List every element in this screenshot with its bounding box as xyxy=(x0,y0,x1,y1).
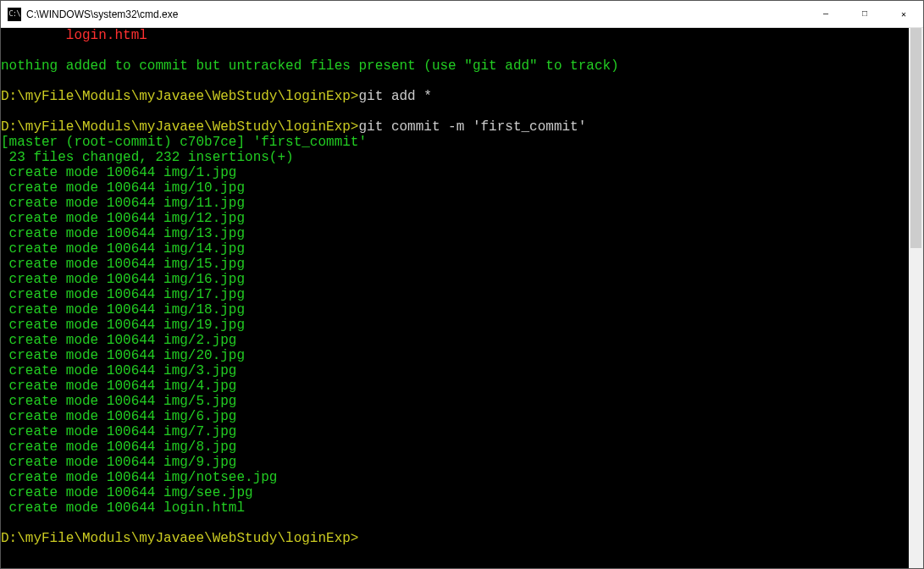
app-icon: C:\ xyxy=(8,8,21,21)
output-line: create mode 100644 img/10.jpg xyxy=(1,180,245,196)
output-line: create mode 100644 img/9.jpg xyxy=(1,455,236,470)
terminal[interactable]: login.html nothing added to commit but u… xyxy=(1,28,909,568)
minimize-button[interactable]: — xyxy=(806,1,845,27)
output-line: 23 files changed, 232 insertions(+) xyxy=(1,150,294,165)
output-line: create mode 100644 login.html xyxy=(1,500,245,516)
prompt-path: D:\myFile\Moduls\myJavaee\WebStudy\login… xyxy=(1,531,358,546)
scrollbar-thumb[interactable] xyxy=(910,28,921,248)
prompt-path: D:\myFile\Moduls\myJavaee\WebStudy\login… xyxy=(1,119,358,135)
output-line: create mode 100644 img/5.jpg xyxy=(1,394,236,409)
output-line: create mode 100644 img/1.jpg xyxy=(1,165,236,180)
command-text: git commit -m 'first_commit' xyxy=(358,119,586,135)
maximize-icon: □ xyxy=(862,9,867,19)
minimize-icon: — xyxy=(823,9,828,19)
output-line: create mode 100644 img/2.jpg xyxy=(1,333,236,348)
app-icon-text: C:\ xyxy=(8,10,19,18)
output-line: create mode 100644 img/20.jpg xyxy=(1,348,245,363)
close-icon: ✕ xyxy=(901,9,906,19)
prompt-path: D:\myFile\Moduls\myJavaee\WebStudy\login… xyxy=(1,89,358,104)
terminal-area: login.html nothing added to commit but u… xyxy=(1,28,923,568)
output-line: create mode 100644 img/17.jpg xyxy=(1,287,245,302)
output-line: create mode 100644 img/8.jpg xyxy=(1,439,236,455)
output-line: create mode 100644 img/11.jpg xyxy=(1,196,245,211)
output-line: [master (root-commit) c70b7ce] 'first_co… xyxy=(1,135,367,150)
output-line: create mode 100644 img/see.jpg xyxy=(1,485,253,500)
close-button[interactable]: ✕ xyxy=(884,1,923,27)
untracked-file-line: login.html xyxy=(1,28,147,43)
status-line: nothing added to commit but untracked fi… xyxy=(1,58,619,74)
output-line: create mode 100644 img/13.jpg xyxy=(1,226,245,241)
window-controls: — □ ✕ xyxy=(806,1,923,27)
output-line: create mode 100644 img/18.jpg xyxy=(1,302,245,318)
output-line: create mode 100644 img/19.jpg xyxy=(1,318,245,333)
vertical-scrollbar[interactable] xyxy=(909,28,923,568)
output-line: create mode 100644 img/3.jpg xyxy=(1,363,236,378)
window-title: C:\WINDOWS\system32\cmd.exe xyxy=(26,8,806,20)
titlebar[interactable]: C:\ C:\WINDOWS\system32\cmd.exe — □ ✕ xyxy=(1,1,923,28)
output-line: create mode 100644 img/6.jpg xyxy=(1,409,236,424)
output-line: create mode 100644 img/notsee.jpg xyxy=(1,470,277,485)
output-line: create mode 100644 img/14.jpg xyxy=(1,241,245,257)
output-line: create mode 100644 img/12.jpg xyxy=(1,211,245,226)
cmd-window: C:\ C:\WINDOWS\system32\cmd.exe — □ ✕ lo… xyxy=(0,0,924,569)
output-line: create mode 100644 img/15.jpg xyxy=(1,257,245,272)
command-text: git add * xyxy=(358,89,431,104)
maximize-button[interactable]: □ xyxy=(845,1,884,27)
output-line: create mode 100644 img/16.jpg xyxy=(1,272,245,287)
output-line: create mode 100644 img/7.jpg xyxy=(1,424,236,439)
output-line: create mode 100644 img/4.jpg xyxy=(1,378,236,394)
